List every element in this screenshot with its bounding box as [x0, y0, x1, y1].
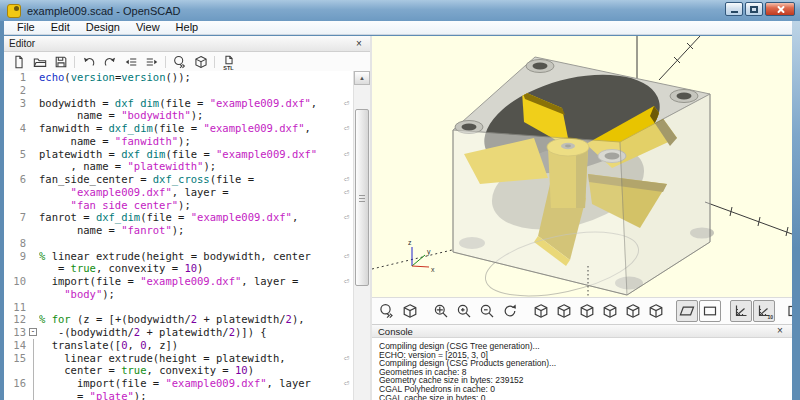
wrap-marker-icon — [340, 390, 353, 400]
title-bar[interactable]: example009.scad - OpenSCAD — [0, 0, 800, 21]
axes-icon — [733, 303, 749, 319]
wrap-marker-icon — [340, 262, 353, 275]
view-front-button[interactable] — [622, 300, 644, 322]
toolbar-separator — [214, 56, 215, 68]
indent-icon — [145, 55, 159, 69]
3d-canvas: z y x — [372, 36, 792, 297]
code-row: 11 — [4, 301, 353, 314]
wrap-marker-icon: ⏎ — [340, 173, 353, 186]
fold-margin — [29, 97, 39, 110]
show-scale-markers-button-label: 10 — [767, 314, 773, 320]
menu-bar: FileEditDesignViewHelp — [4, 21, 796, 35]
fold-margin — [29, 160, 39, 173]
zoom-out-button[interactable] — [476, 300, 498, 322]
new-file-icon — [12, 55, 26, 69]
fold-margin — [29, 275, 39, 288]
3d-viewport[interactable]: z y x — [372, 36, 792, 297]
maximize-button[interactable] — [745, 2, 763, 16]
view-left-button[interactable] — [599, 300, 621, 322]
new-file-button[interactable] — [8, 53, 29, 70]
save-button[interactable] — [50, 53, 71, 70]
code-text: = "plate"); — [39, 390, 340, 400]
code-row: 5platewidth = dxf_dim(file = "example009… — [4, 148, 353, 161]
code-editor[interactable]: 1echo(version=version());23bodywidth = d… — [4, 71, 353, 400]
line-number: 14 — [4, 339, 29, 352]
close-button[interactable] — [765, 2, 795, 16]
editor-panel: Editor × STL 1echo(version=version());23… — [4, 36, 370, 400]
fold-margin — [29, 122, 39, 135]
zoom-all-button[interactable] — [430, 300, 452, 322]
wrap-marker-icon: ⏎ — [340, 250, 353, 263]
preview-button[interactable] — [169, 53, 190, 70]
code-row: 9% linear_extrude(height = bodywidth, ce… — [4, 250, 353, 263]
reset-view-button[interactable] — [499, 300, 521, 322]
line-number — [4, 390, 29, 400]
code-row: "fan_side_center"); — [4, 199, 353, 212]
cube-icon — [648, 303, 664, 319]
orthogonal-button[interactable] — [699, 300, 721, 322]
undo-icon — [82, 55, 96, 69]
redo-button[interactable] — [99, 53, 120, 70]
menu-item-file[interactable]: File — [9, 21, 43, 34]
wrap-marker-icon — [340, 288, 353, 301]
code-row: 14 translate([0, 0, z]) — [4, 339, 353, 352]
editor-toolbar: STL — [4, 52, 370, 72]
code-row: name = "fanrot"); — [4, 224, 353, 237]
fold-margin — [29, 186, 39, 199]
view-top-button[interactable] — [553, 300, 575, 322]
show-axes-button[interactable] — [730, 300, 752, 322]
fold-marker-icon[interactable]: - — [29, 328, 37, 336]
zoom-in-button[interactable] — [453, 300, 475, 322]
unindent-button[interactable] — [120, 53, 141, 70]
wrap-marker-icon — [340, 160, 353, 173]
export-stl-button[interactable]: STL — [218, 53, 239, 70]
editor-scrollbar[interactable]: ▲ — [353, 71, 370, 400]
code-row: = "plate"); — [4, 390, 353, 400]
menu-item-design[interactable]: Design — [78, 21, 128, 34]
code-row: 12% for (z = [+(bodywidth/2 + platewidth… — [4, 313, 353, 326]
line-number: 11 — [4, 301, 29, 314]
wrap-marker-icon: ⏎ — [340, 122, 353, 135]
line-number — [4, 224, 29, 237]
line-number: 16 — [4, 377, 29, 390]
cube-icon — [402, 303, 418, 319]
maximize-icon — [750, 6, 758, 13]
code-row: 2 — [4, 84, 353, 97]
console-close-button[interactable]: × — [774, 325, 786, 337]
view-right-button[interactable] — [530, 300, 552, 322]
wrap-marker-icon: ⏎ — [340, 377, 353, 390]
scroll-up-arrow-icon[interactable]: ▲ — [354, 71, 370, 85]
fold-margin — [29, 211, 39, 224]
show-scale-markers-button[interactable]: 10 — [753, 300, 775, 322]
perspective-button[interactable] — [676, 300, 698, 322]
wrap-marker-icon — [340, 301, 353, 314]
fold-margin — [29, 250, 39, 263]
menu-item-view[interactable]: View — [128, 21, 168, 34]
viewport-toolbar: 10 — [372, 297, 792, 324]
preview-button[interactable] — [376, 300, 398, 322]
minimize-button[interactable] — [725, 2, 743, 16]
render-button[interactable] — [190, 53, 211, 70]
axis-label-y: y — [427, 248, 431, 256]
line-number — [4, 364, 29, 377]
view-back-button[interactable] — [645, 300, 667, 322]
editor-close-button[interactable]: × — [353, 38, 365, 50]
wrap-marker-icon: ⏎ — [340, 97, 353, 110]
menu-item-help[interactable]: Help — [168, 21, 207, 34]
undo-button[interactable] — [78, 53, 99, 70]
indent-button[interactable] — [141, 53, 162, 70]
view-bottom-button[interactable] — [576, 300, 598, 322]
wrap-marker-icon — [340, 135, 353, 148]
axis-indicator: z y x — [408, 239, 435, 273]
scrollbar-thumb[interactable] — [355, 109, 369, 286]
code-text: bodywidth = dxf_dim(file = "example009.d… — [39, 97, 340, 110]
fold-margin — [29, 109, 39, 122]
menu-item-edit[interactable]: Edit — [43, 21, 78, 34]
line-number: 6 — [4, 173, 29, 186]
save-icon — [54, 55, 68, 69]
code-text: name = "fanrot"); — [39, 224, 340, 237]
wrap-marker-icon — [340, 237, 353, 250]
render-button[interactable] — [399, 300, 421, 322]
editor-panel-header: Editor × — [4, 36, 370, 52]
open-button[interactable] — [29, 53, 50, 70]
